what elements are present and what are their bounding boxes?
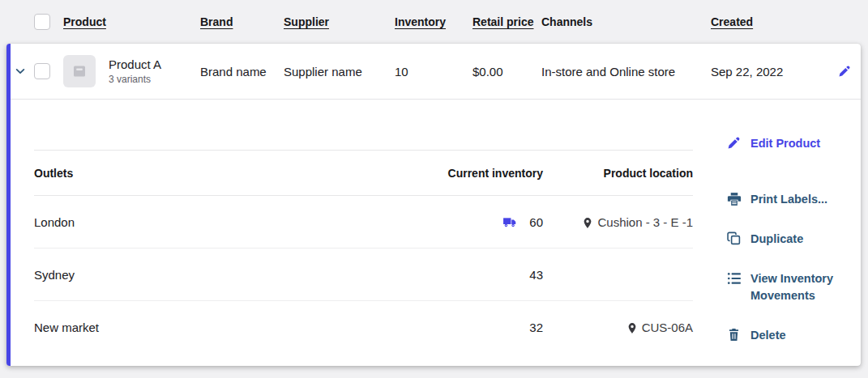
- view-inventory-movements-button[interactable]: View Inventory Movements: [727, 270, 858, 304]
- product-location-value: CUS-06A: [642, 321, 693, 334]
- column-header-retail-price[interactable]: Retail price: [472, 15, 541, 28]
- chevron-down-icon[interactable]: [15, 66, 26, 77]
- column-header-brand[interactable]: Brand: [200, 15, 284, 28]
- box-icon: [71, 64, 88, 79]
- outlet-row: New market 32 CUS-06A: [34, 301, 693, 353]
- product-row-card: Product A 3 variants Brand name Supplier…: [6, 44, 861, 366]
- column-header-created[interactable]: Created: [711, 15, 835, 28]
- action-label: Duplicate: [750, 231, 803, 248]
- outlet-name: New market: [34, 321, 421, 334]
- column-header-product[interactable]: Product: [63, 15, 200, 28]
- product-image-placeholder: [63, 55, 96, 87]
- row-brand: Brand name: [200, 65, 284, 79]
- column-header-inventory[interactable]: Inventory: [395, 15, 472, 28]
- outlet-name: London: [34, 215, 421, 229]
- outlet-row: London 60: [34, 196, 693, 248]
- column-header-channels: Channels: [541, 15, 711, 28]
- row-action-menu: Edit Product Print Labels...: [727, 100, 858, 353]
- outlet-name: Sydney: [34, 268, 421, 282]
- action-label: Print Labels...: [750, 191, 827, 208]
- row-retail-price: $0.00: [472, 65, 541, 79]
- product-variants: 3 variants: [109, 74, 200, 85]
- action-label: Edit Product: [750, 135, 820, 152]
- row-supplier: Supplier name: [284, 65, 395, 79]
- selected-row-accent-bar: [6, 44, 11, 366]
- duplicate-icon: [727, 231, 742, 245]
- duplicate-button[interactable]: Duplicate: [727, 231, 858, 248]
- pencil-icon: [838, 65, 851, 78]
- outlet-row: Sydney 43: [34, 248, 693, 301]
- row-created: Sep 22, 2022: [711, 65, 835, 79]
- trash-icon: [727, 328, 742, 342]
- action-label: View Inventory Movements: [750, 270, 858, 304]
- outlet-inventory-count: 60: [529, 215, 543, 229]
- action-label: Delete: [750, 327, 786, 344]
- list-icon: [727, 271, 742, 286]
- edit-product-button[interactable]: Edit Product: [727, 135, 858, 152]
- row-channels: In-store and Online store: [541, 65, 711, 79]
- outlet-inventory-count: 43: [529, 268, 543, 282]
- expanded-detail-panel: Outlets Current inventory Product locati…: [6, 100, 861, 353]
- location-pin-icon: [582, 217, 593, 229]
- outlets-header: Outlets: [34, 167, 421, 180]
- row-checkbox[interactable]: [34, 63, 50, 79]
- printer-icon: [727, 192, 742, 206]
- products-page: Product Brand Supplier Inventory Retail …: [0, 0, 868, 378]
- outlets-table-header: Outlets Current inventory Product locati…: [34, 150, 693, 196]
- product-location-header: Product location: [543, 167, 693, 180]
- delete-button[interactable]: Delete: [727, 327, 858, 344]
- row-inventory: 10: [395, 65, 472, 79]
- current-inventory-header: Current inventory: [421, 167, 543, 180]
- location-pin-icon: [626, 322, 638, 334]
- column-header-supplier[interactable]: Supplier: [284, 15, 395, 28]
- pencil-icon: [727, 136, 742, 150]
- outlet-inventory-count: 32: [529, 321, 543, 334]
- shipment-truck-icon[interactable]: [502, 216, 518, 228]
- table-row[interactable]: Product A 3 variants Brand name Supplier…: [6, 44, 861, 100]
- row-edit-button[interactable]: [835, 65, 854, 78]
- table-header: Product Brand Supplier Inventory Retail …: [0, 0, 868, 44]
- select-all-checkbox[interactable]: [34, 14, 50, 30]
- product-location-value: Cushion - 3 - E -1: [597, 215, 693, 229]
- print-labels-button[interactable]: Print Labels...: [727, 191, 858, 208]
- product-name[interactable]: Product A: [109, 57, 200, 73]
- outlets-table: Outlets Current inventory Product locati…: [34, 100, 693, 353]
